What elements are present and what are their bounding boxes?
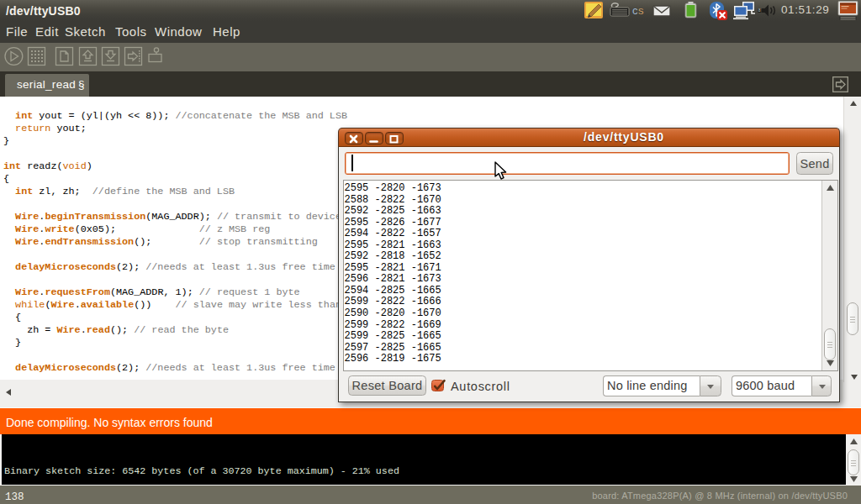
- svg-text:c: c: [632, 4, 638, 17]
- svg-text:s: s: [638, 4, 644, 17]
